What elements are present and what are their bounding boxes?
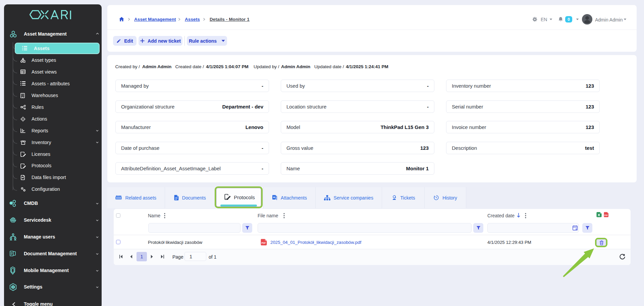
- svg-text:PDF: PDF: [262, 242, 266, 244]
- svg-text:PDF: PDF: [604, 214, 608, 216]
